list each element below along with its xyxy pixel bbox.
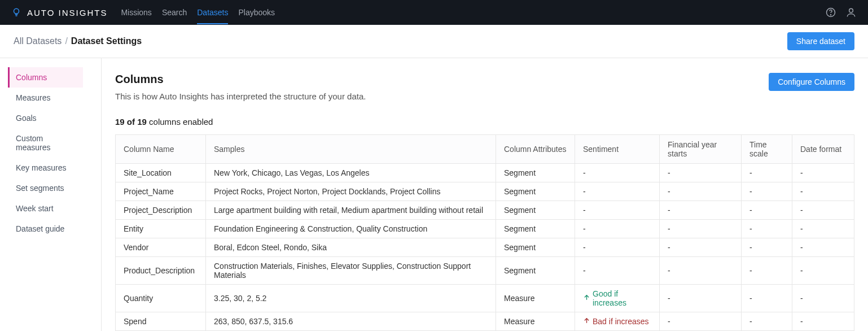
td-samples: Boral, Edcon Steel, Rondo, Sika [206, 238, 496, 257]
td-fin-year: - [660, 238, 742, 257]
td-fin-year: - [660, 201, 742, 220]
brand-logo[interactable]: AUTO INSIGHTS [11, 7, 107, 18]
td-column-name: Site_Location [116, 164, 206, 182]
td-sentiment: - [575, 238, 660, 257]
td-date-format: - [792, 164, 854, 182]
td-time-scale: - [742, 220, 792, 238]
nav-search[interactable]: Search [162, 1, 187, 24]
nav-missions[interactable]: Missions [121, 1, 151, 24]
sidebar-item-key-measures[interactable]: Key measures [8, 158, 83, 178]
table-row: Quantity3.25, 30, 2, 5.2MeasureGood if i… [116, 285, 854, 312]
td-time-scale: - [742, 285, 792, 312]
sidebar-item-columns[interactable]: Columns [8, 67, 83, 88]
breadcrumb-current: Dataset Settings [71, 36, 142, 46]
arrow-up-icon [583, 317, 590, 326]
th-column-name: Column Name [116, 135, 206, 164]
td-attributes: Segment [496, 182, 575, 201]
td-sentiment: - [575, 220, 660, 238]
td-attributes: Segment [496, 257, 575, 285]
td-fin-year: - [660, 312, 742, 331]
td-samples: Foundation Engineering & Construction, Q… [206, 220, 496, 238]
td-attributes: Segment [496, 164, 575, 182]
lightbulb-icon [11, 7, 21, 18]
td-time-scale: - [742, 257, 792, 285]
th-sentiment: Sentiment [575, 135, 660, 164]
sentiment-label: Good if increases [593, 289, 651, 307]
sentiment-bad: Bad if increases [583, 317, 649, 326]
top-nav: AUTO INSIGHTS Missions Search Datasets P… [0, 0, 868, 25]
table-row: EntityFoundation Engineering & Construct… [116, 220, 854, 238]
svg-point-3 [849, 8, 853, 12]
help-icon[interactable] [825, 7, 836, 18]
breadcrumb: All Datasets / Dataset Settings [14, 36, 142, 46]
sentiment-good: Good if increases [583, 289, 651, 307]
td-attributes: Measure [496, 312, 575, 331]
sentiment-label: Bad if increases [593, 317, 649, 326]
td-sentiment: Bad if increases [575, 312, 660, 331]
td-fin-year: - [660, 285, 742, 312]
td-column-name: Project_Description [116, 201, 206, 220]
page-subtitle: This is how Auto Insights has interprete… [115, 92, 366, 101]
td-fin-year: - [660, 182, 742, 201]
svg-point-0 [14, 8, 19, 14]
td-date-format: - [792, 201, 854, 220]
sidebar-item-week-start[interactable]: Week start [8, 198, 83, 219]
table-row: Project_NameProject Rocks, Project Norto… [116, 182, 854, 201]
nav-playbooks[interactable]: Playbooks [238, 1, 275, 24]
td-fin-year: - [660, 257, 742, 285]
td-attributes: Segment [496, 201, 575, 220]
share-dataset-button[interactable]: Share dataset [787, 32, 854, 50]
sidebar-item-set-segments[interactable]: Set segments [8, 178, 83, 198]
td-sentiment: - [575, 182, 660, 201]
td-time-scale: - [742, 164, 792, 182]
brand-text: AUTO INSIGHTS [27, 8, 107, 18]
table-row: Product_DescriptionConstruction Material… [116, 257, 854, 285]
td-sentiment: Good if increases [575, 285, 660, 312]
nav-datasets[interactable]: Datasets [197, 1, 228, 24]
sidebar-item-measures[interactable]: Measures [8, 88, 83, 108]
td-samples: Project Rocks, Project Norton, Project D… [206, 182, 496, 201]
th-time-scale: Time scale [742, 135, 792, 164]
th-attributes: Column Attributes [496, 135, 575, 164]
breadcrumb-all-datasets[interactable]: All Datasets [14, 36, 62, 46]
td-column-name: Vendor [116, 238, 206, 257]
arrow-up-icon [583, 294, 590, 303]
columns-enabled-count: 19 of 19 columns enabled [115, 117, 854, 127]
td-time-scale: - [742, 182, 792, 201]
td-column-name: Spend [116, 312, 206, 331]
td-sentiment: - [575, 164, 660, 182]
th-date-format: Date format [792, 135, 854, 164]
sidebar-item-dataset-guide[interactable]: Dataset guide [8, 219, 83, 239]
breadcrumb-separator: / [65, 36, 67, 46]
table-row: VendorBoral, Edcon Steel, Rondo, SikaSeg… [116, 238, 854, 257]
td-date-format: - [792, 257, 854, 285]
page-title: Columns [115, 73, 366, 86]
td-time-scale: - [742, 238, 792, 257]
td-attributes: Measure [496, 285, 575, 312]
sidebar-item-goals[interactable]: Goals [8, 108, 83, 128]
td-samples: Construction Materials, Finishes, Elevat… [206, 257, 496, 285]
main-content: Columns This is how Auto Insights has in… [102, 58, 868, 331]
svg-point-2 [831, 15, 831, 15]
td-column-name: Project_Name [116, 182, 206, 201]
table-row: Site_LocationNew York, Chicago, Las Vega… [116, 164, 854, 182]
sidebar-item-custom-measures[interactable]: Custom measures [8, 128, 83, 158]
td-sentiment: - [575, 201, 660, 220]
table-row: Spend263, 850, 637.5, 315.6MeasureBad if… [116, 312, 854, 331]
td-date-format: - [792, 312, 854, 331]
th-fin-year: Financial year starts [660, 135, 742, 164]
table-row: Project_DescriptionLarge apartment build… [116, 201, 854, 220]
td-fin-year: - [660, 164, 742, 182]
configure-columns-button[interactable]: Configure Columns [769, 73, 854, 91]
td-date-format: - [792, 220, 854, 238]
td-samples: New York, Chicago, Las Vegas, Los Angele… [206, 164, 496, 182]
td-sentiment: - [575, 257, 660, 285]
columns-table: Column Name Samples Column Attributes Se… [115, 134, 854, 331]
td-time-scale: - [742, 312, 792, 331]
th-samples: Samples [206, 135, 496, 164]
sidebar: Columns Measures Goals Custom measures K… [0, 58, 102, 331]
td-column-name: Quantity [116, 285, 206, 312]
user-icon[interactable] [845, 7, 857, 18]
td-date-format: - [792, 285, 854, 312]
td-time-scale: - [742, 201, 792, 220]
